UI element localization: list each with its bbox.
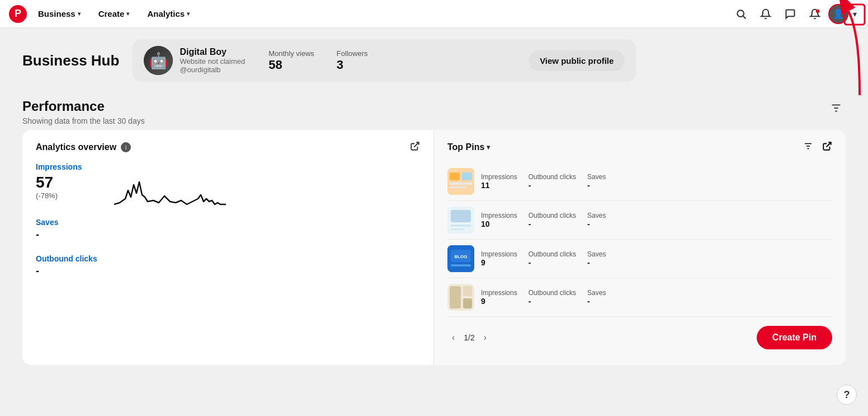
- outbound-clicks-metric: Outbound clicks -: [36, 254, 420, 277]
- impressions-chart: [114, 174, 226, 207]
- impressions-change: (-78%): [36, 191, 103, 200]
- svg-rect-15: [462, 172, 472, 180]
- svg-rect-13: [447, 168, 474, 195]
- pin-2-metrics: Impressions 10 Outbound clicks - Saves -: [481, 212, 832, 228]
- followers-value: 3: [337, 58, 368, 72]
- pin-1-saves: Saves -: [587, 173, 606, 190]
- saves-value: -: [36, 229, 420, 241]
- top-pins-title[interactable]: Top Pins ▾: [447, 142, 490, 152]
- saves-label: Saves: [36, 218, 420, 227]
- performance-section: Performance Showing data from the last 3…: [22, 87, 846, 376]
- saves-metric: Saves -: [36, 218, 420, 241]
- create-pin-button[interactable]: Create Pin: [757, 326, 832, 349]
- profile-name: Digital Boy: [180, 47, 245, 57]
- pagination-nav: ‹ 1/2 ›: [447, 330, 491, 345]
- analytics-grid: Analytics overview i Impressions: [22, 130, 846, 365]
- help-button[interactable]: ?: [837, 385, 857, 405]
- pin-2-outbound: Outbound clicks -: [529, 212, 576, 228]
- pin-row-2[interactable]: Impressions 10 Outbound clicks - Saves -: [447, 201, 832, 240]
- nav-left: P Business ▾ Create ▾ Analytics ▾: [9, 5, 196, 23]
- monthly-views-value: 58: [268, 58, 314, 72]
- svg-rect-19: [451, 210, 471, 222]
- top-pins-export-icon[interactable]: [822, 141, 832, 153]
- page-indicator: 1/2: [464, 333, 474, 342]
- pin-4-metrics: Impressions 9 Outbound clicks - Saves -: [481, 289, 832, 306]
- analytics-overview-panel: Analytics overview i Impressions: [22, 130, 434, 365]
- chevron-down-icon: ▾: [78, 11, 81, 17]
- performance-title: Performance: [22, 99, 145, 114]
- pin-2-impressions: Impressions 10: [481, 212, 517, 228]
- impressions-value: 57: [36, 174, 103, 191]
- monthly-views-stat: Monthly views 58: [268, 49, 314, 72]
- svg-rect-14: [450, 172, 460, 180]
- avatar: 🤖: [144, 46, 173, 75]
- business-hub-title: Business Hub: [22, 52, 119, 69]
- top-pins-filter-icon[interactable]: [803, 141, 813, 153]
- svg-point-0: [737, 10, 744, 17]
- view-public-profile-button[interactable]: View public profile: [529, 50, 625, 71]
- svg-rect-17: [450, 186, 466, 188]
- pin-3-outbound: Outbound clicks -: [529, 250, 576, 267]
- pin-2-saves: Saves -: [587, 212, 606, 228]
- profile-handle: @ourdigitalb: [180, 66, 245, 74]
- pin-4-outbound: Outbound clicks -: [529, 289, 576, 306]
- pin-row-4[interactable]: Impressions 9 Outbound clicks - Saves -: [447, 278, 832, 317]
- top-pins-header: Top Pins ▾: [447, 141, 832, 153]
- pin-thumbnail-3: BLOG: [447, 245, 474, 272]
- pin-3-impressions: Impressions 9: [481, 250, 517, 267]
- next-page-button[interactable]: ›: [479, 330, 491, 345]
- pin-3-metrics: Impressions 9 Outbound clicks - Saves -: [481, 250, 832, 267]
- expand-menu-button[interactable]: ▾: [851, 7, 859, 21]
- performance-header-left: Performance Showing data from the last 3…: [22, 99, 145, 125]
- profile-avatar-button[interactable]: 👤: [828, 4, 848, 24]
- pin-1-impressions: Impressions 11: [481, 173, 517, 190]
- profile-card: 🤖 Digital Boy Website not claimed @ourdi…: [133, 39, 636, 82]
- pinterest-logo[interactable]: P: [9, 5, 27, 23]
- pin-4-impressions: Impressions 9: [481, 289, 517, 306]
- business-hub-section: Business Hub 🤖 Digital Boy Website not c…: [22, 28, 846, 87]
- chevron-down-icon: ▾: [126, 11, 129, 17]
- pin-1-outbound: Outbound clicks -: [529, 173, 576, 190]
- chevron-down-icon: ▾: [187, 11, 190, 17]
- svg-rect-29: [463, 298, 472, 309]
- outbound-clicks-value: -: [36, 265, 420, 277]
- performance-filter-icon[interactable]: [827, 99, 846, 120]
- nav-item-create[interactable]: Create ▾: [92, 6, 136, 22]
- main-content: Business Hub 🤖 Digital Boy Website not c…: [0, 28, 868, 416]
- messages-button[interactable]: [779, 3, 801, 25]
- stats-group: Monthly views 58 Followers 3: [268, 49, 367, 72]
- pagination: ‹ 1/2 › Create Pin: [447, 317, 832, 349]
- monthly-views-label: Monthly views: [268, 49, 314, 58]
- analytics-export-icon[interactable]: [410, 141, 420, 153]
- prev-page-button[interactable]: ‹: [447, 330, 459, 345]
- svg-line-1: [743, 16, 746, 18]
- pin-1-metrics: Impressions 11 Outbound clicks - Saves -: [481, 173, 832, 190]
- top-pins-dropdown-arrow: ▾: [487, 143, 490, 151]
- avatar-image: 🤖: [144, 46, 173, 75]
- svg-line-8: [414, 142, 419, 147]
- top-pins-panel: Top Pins ▾: [434, 130, 846, 365]
- pin-row-1[interactable]: Impressions 11 Outbound clicks - Saves -: [447, 162, 832, 201]
- pin-thumbnail-2: [447, 207, 474, 233]
- pin-thumbnail-4: [447, 284, 474, 311]
- analytics-panel-header: Analytics overview i: [36, 141, 420, 153]
- followers-stat: Followers 3: [337, 49, 368, 72]
- pin-row-3[interactable]: BLOG Impressions 9 Outbound clicks -: [447, 240, 832, 278]
- svg-text:BLOG: BLOG: [454, 254, 467, 259]
- profile-website-status: Website not claimed: [180, 57, 245, 66]
- performance-header: Performance Showing data from the last 3…: [22, 99, 846, 125]
- outbound-clicks-label: Outbound clicks: [36, 254, 420, 263]
- svg-point-2: [816, 9, 820, 13]
- pin-3-saves: Saves -: [587, 250, 606, 267]
- nav-right: 👤 ▾: [730, 3, 859, 25]
- impressions-label: Impressions: [36, 162, 103, 171]
- svg-rect-27: [450, 286, 461, 309]
- notifications-button[interactable]: [754, 3, 777, 25]
- alerts-button[interactable]: [804, 3, 826, 25]
- nav-item-analytics[interactable]: Analytics ▾: [140, 6, 196, 22]
- followers-label: Followers: [337, 49, 368, 58]
- info-icon[interactable]: i: [121, 142, 131, 152]
- search-button[interactable]: [730, 3, 752, 25]
- nav-item-business[interactable]: Business ▾: [31, 6, 87, 22]
- svg-line-12: [827, 142, 831, 147]
